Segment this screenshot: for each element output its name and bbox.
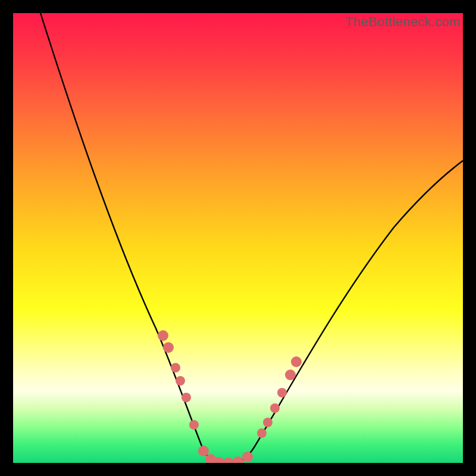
chart-frame: TheBottleneck.com [0,0,476,476]
marker-dot [277,388,287,397]
marker-dot [233,456,243,463]
marker-dot [291,356,302,367]
marker-dot [176,376,185,386]
marker-dot [270,403,280,413]
marker-dot [158,330,168,341]
marker-dot [242,452,253,462]
marker-dot [181,393,191,402]
marker-dot [285,369,296,380]
highlighted-points [158,330,302,463]
marker-dot [257,428,267,438]
marker-dot [163,342,174,353]
bottleneck-curve [40,13,463,463]
curve-left [40,13,223,463]
marker-dot [171,363,180,372]
marker-dot [263,418,273,427]
marker-dot [223,458,234,463]
marker-dot [198,446,209,456]
watermark-text: TheBottleneck.com [346,14,461,30]
marker-dot [189,420,199,430]
curve-right [232,161,463,463]
plot-area [13,13,463,463]
chart-svg [13,13,463,463]
